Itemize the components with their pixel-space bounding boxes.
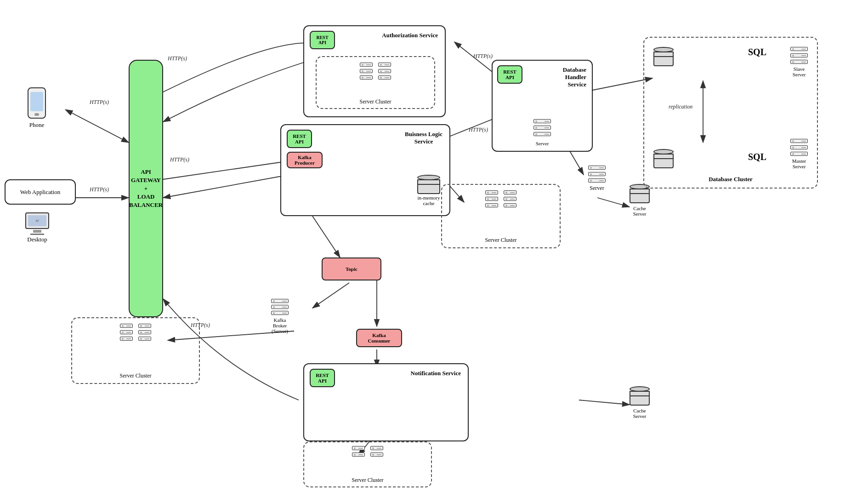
server-db-label: Server xyxy=(590,185,604,192)
api-gateway-box: APIGATEWAY+LOADBALANCER xyxy=(129,60,163,317)
desktop-component: ≡/ Desktop xyxy=(25,212,49,243)
bl-server-group-1 xyxy=(485,190,498,208)
kb-row-3 xyxy=(271,311,289,315)
server-cluster-bottom-label: Server Cluster xyxy=(120,372,152,379)
server-icon-group-1 xyxy=(360,63,373,80)
authorization-service-box: Authorization Service RESTAPI Server Clu… xyxy=(303,25,446,117)
svg-line-4 xyxy=(163,161,289,179)
cache-db-icon xyxy=(417,175,440,195)
slave-db-icon-component xyxy=(653,47,674,67)
server-cluster-bl-box: Server Cluster xyxy=(441,184,561,248)
bl-server-group-2 xyxy=(504,190,516,208)
http-label-dbhandler: HTTP(s) xyxy=(473,53,493,60)
rest-api-bl-badge: RESTAPI xyxy=(287,130,312,148)
btm-server-group-1 xyxy=(120,324,133,342)
db-cluster-label: Database Cluster xyxy=(709,176,753,183)
rest-api-auth-badge: RESTAPI xyxy=(310,31,335,49)
topic-label: Topic xyxy=(346,266,357,272)
database-cluster-box: Database Cluster SlaveServer SQL xyxy=(643,37,818,189)
kb-row-1 xyxy=(271,299,289,303)
http-label-bl-db: HTTP(s) xyxy=(469,126,488,133)
server-cluster-ns-box: Server Cluster xyxy=(303,441,432,487)
server-row-5 xyxy=(378,69,391,73)
bl-label: Buisness LogicService xyxy=(405,131,443,145)
server-db-icon xyxy=(588,166,606,183)
cache-server-ns-label: CacheServer xyxy=(633,408,647,419)
master-server-component: MasterServer xyxy=(790,139,808,169)
rest-api-ns-badge: RESTAPI xyxy=(310,369,335,387)
kb-row-2 xyxy=(271,305,289,309)
ns-server-group-2 xyxy=(370,446,383,458)
auth-service-label: Authorization Service xyxy=(382,32,438,39)
kafka-broker-icon xyxy=(271,299,289,316)
server-label-db: Server xyxy=(536,141,549,146)
kafka-broker-label: KafkaBroker(Server) xyxy=(272,317,288,334)
kafka-broker-component: KafkaBroker(Server) xyxy=(271,299,289,334)
server-row-1 xyxy=(360,63,373,67)
http-label-webapp: HTTP(s) xyxy=(90,186,109,193)
architecture-diagram: HTTP(s) HTTP(s) HTTP(s) HTTP(s) HTTP(s) … xyxy=(0,0,868,492)
desktop-icon: ≡/ xyxy=(25,212,49,229)
server-cluster-auth-box: Server Cluster xyxy=(316,56,435,109)
svg-line-16 xyxy=(597,198,630,207)
server-icon-group-2 xyxy=(378,63,391,80)
server-cluster-auth-label: Server Cluster xyxy=(360,98,391,105)
ns-label: Notification Service xyxy=(411,370,461,377)
http-label-auth: HTTP(s) xyxy=(168,55,187,62)
svg-line-8 xyxy=(312,216,340,257)
slave-server-label: SlaveServer xyxy=(793,66,806,77)
api-gateway-label: APIGATEWAY+LOADBALANCER xyxy=(129,168,163,210)
web-app-label: Web Application xyxy=(20,189,60,196)
server-cluster-bottom-box: Server Cluster xyxy=(71,317,200,384)
svg-line-5 xyxy=(163,175,289,198)
sql-top-label: SQL xyxy=(748,47,766,57)
kafka-consumer-badge: KafkaConsumer xyxy=(356,329,402,347)
cache-server-bl-component: CacheServer xyxy=(630,184,650,217)
web-application-box: Web Application xyxy=(5,179,76,205)
server-row-4 xyxy=(378,63,391,67)
master-db-icon xyxy=(653,149,674,169)
kafka-producer-badge: KafkaProducer xyxy=(287,152,323,168)
ns-server-group-1 xyxy=(352,446,365,458)
cache-server-ns-component: CacheServer xyxy=(630,386,650,419)
slave-server-icon xyxy=(790,47,808,65)
desktop-label: Desktop xyxy=(27,236,47,243)
rest-api-db-badge: RESTAPI xyxy=(497,65,522,84)
master-db-icon-component xyxy=(653,149,674,169)
db-server-icon xyxy=(533,119,551,137)
http-label-phone: HTTP(s) xyxy=(90,99,109,106)
slave-server-component: SlaveServer xyxy=(790,47,808,77)
server-db-component: Server xyxy=(588,166,606,192)
slave-db-icon xyxy=(653,47,674,67)
sql-bottom-label: SQL xyxy=(748,152,766,162)
phone-label: Phone xyxy=(29,121,45,129)
master-server-icon xyxy=(790,139,808,157)
db-server-row-3 xyxy=(533,132,551,136)
server-row-2 xyxy=(360,69,373,73)
in-memory-cache: in-memorycache xyxy=(417,175,440,206)
db-handler-label: DatabaseHandlerService xyxy=(563,66,586,88)
http-label-bl: HTTP(s) xyxy=(170,156,189,163)
db-handler-box: DatabaseHandlerService RESTAPI Server xyxy=(492,60,593,152)
svg-line-2 xyxy=(71,113,129,143)
topic-box: Topic xyxy=(322,257,381,280)
server-row-3 xyxy=(360,75,373,80)
in-memory-label: in-memorycache xyxy=(418,195,440,206)
master-server-label: MasterServer xyxy=(792,158,806,169)
btm-server-group-2 xyxy=(138,324,151,342)
kafka-consumer-label: KafkaConsumer xyxy=(368,332,391,343)
svg-line-10 xyxy=(312,283,349,308)
db-server-row-2 xyxy=(533,126,551,130)
db-server-row-1 xyxy=(533,119,551,123)
notification-service-box: Notification Service RESTAPI xyxy=(303,363,469,441)
phone-icon xyxy=(28,87,46,119)
phone-component: Phone xyxy=(28,87,46,129)
server-cluster-ns-label: Server Cluster xyxy=(352,477,384,484)
server-row-6 xyxy=(378,75,391,80)
business-logic-box: Buisness LogicService RESTAPI KafkaProdu… xyxy=(280,124,450,216)
cache-db-ns-icon xyxy=(630,386,650,406)
server-cluster-bl-label: Server Cluster xyxy=(485,237,517,244)
svg-line-19 xyxy=(579,400,630,405)
cache-server-bl-label: CacheServer xyxy=(633,206,647,217)
